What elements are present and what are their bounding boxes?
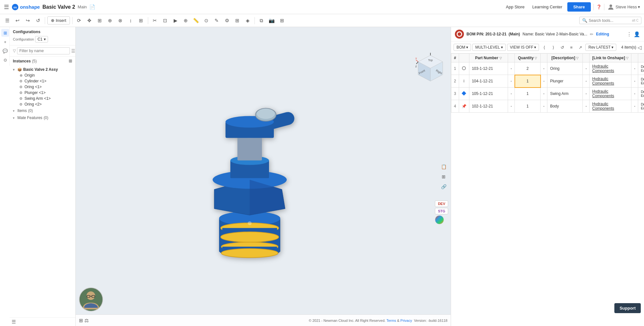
bom-nav-next[interactable]: ⟩ <box>549 43 557 51</box>
grid-button[interactable]: ⊞ <box>233 16 242 25</box>
3d-view-button[interactable]: ⊞ <box>439 172 448 181</box>
col-options-icon3[interactable]: • <box>585 79 587 83</box>
tree-item-oring1[interactable]: ⚙ Oring <1> <box>10 84 75 90</box>
tree-item-oring2[interactable]: ⚙ Oring <2> <box>10 101 75 107</box>
view-is-off-dropdown[interactable]: VIEW IS OFF ▾ <box>507 44 539 51</box>
explode-button[interactable]: ⊡ <box>161 16 170 25</box>
col-options-icon3[interactable]: • <box>585 67 587 70</box>
search-tools-input[interactable] <box>589 18 630 23</box>
table-row[interactable]: 1 103-1-12-21 • 2 • Oring • Hydraulic Co… <box>451 62 644 75</box>
toolbar-menu[interactable]: ☰ <box>3 16 12 25</box>
bottom-icon2[interactable]: ⚖ <box>84 318 89 323</box>
bom-nav-refresh[interactable]: ↺ <box>558 43 566 51</box>
cell-quantity[interactable]: 2 <box>515 62 541 75</box>
note-button[interactable]: ✎ <box>212 16 221 25</box>
doc-icon[interactable]: 📄 <box>89 4 95 10</box>
bom-tool-button[interactable]: 📋 <box>439 162 448 171</box>
link-filter-icon[interactable]: ▽ <box>626 56 629 60</box>
bom-nav-compare[interactable]: ≡ <box>567 43 575 51</box>
tree-item-cylinder[interactable]: ⚙ Cylinder <1> <box>10 78 75 84</box>
add-tab[interactable]: + <box>1 38 9 46</box>
insert-button[interactable]: ⊕ Insert <box>47 16 70 24</box>
table-row[interactable]: 4 📌 102-1-12-21 • 1 • Body • Hydraulic C… <box>451 100 644 113</box>
refresh-button[interactable]: ↺ <box>34 16 43 25</box>
undo-button[interactable]: ↩ <box>13 16 22 25</box>
user-menu[interactable]: Steve Hess ▾ <box>607 3 640 11</box>
sidebar-list-icon[interactable]: ☰ <box>12 319 16 325</box>
measure2-button[interactable]: ⊞ <box>278 16 287 25</box>
color-picker-button[interactable] <box>435 215 444 224</box>
col-options-icon4[interactable]: • <box>634 67 635 70</box>
parts-tab[interactable]: ⊞ <box>1 29 9 37</box>
comment-tab[interactable]: 💬 <box>1 47 9 55</box>
qty-filter-icon[interactable]: ▽ <box>534 56 537 60</box>
col-bom-view[interactable]: BOM View <box>638 54 644 62</box>
stg-button[interactable]: STG <box>435 208 448 214</box>
col-options-icon4[interactable]: • <box>634 92 635 96</box>
table-row[interactable]: 3 105-1-12-21 • 1 • Swing Arm • Hydrauli… <box>451 88 644 100</box>
col-description[interactable]: [Description] ▽ <box>547 54 583 62</box>
cell-quantity[interactable]: 1 <box>515 88 541 100</box>
terms-link[interactable]: Terms <box>386 319 396 322</box>
onshape-logo[interactable]: os onshape <box>12 4 40 11</box>
rev-dropdown[interactable]: Rev LATEST ▾ <box>585 44 616 51</box>
help-button[interactable]: ❓ <box>596 5 601 9</box>
col-options-icon3[interactable]: • <box>585 92 587 96</box>
rotate-button[interactable]: ⟳ <box>75 16 84 25</box>
col-options-icon4[interactable]: • <box>634 79 635 83</box>
cell-link[interactable]: Hydraulic Components <box>590 62 631 75</box>
viewport[interactable]: Top Front Right X Z Y 📋 ⊞ 🔗 DEV STG <box>76 27 451 326</box>
cell-link[interactable]: Hydraulic Components <box>590 88 631 100</box>
filter-input[interactable] <box>17 47 70 54</box>
redo-button[interactable]: ↪ <box>23 16 32 25</box>
list-view-icon[interactable]: ☰ <box>71 48 75 53</box>
hamburger-menu[interactable]: ☰ <box>4 4 9 11</box>
col-options-icon2[interactable]: • <box>543 67 544 70</box>
table-row[interactable]: 2 i 104-1-12-21 • 1 • Plunger • Hydrauli… <box>451 75 644 88</box>
transform-button[interactable]: ⊞ <box>95 16 104 25</box>
pn-filter-icon[interactable]: ▽ <box>499 56 502 60</box>
measure-button[interactable]: 📏 <box>192 16 201 25</box>
edit-name-icon[interactable]: ✏ <box>590 32 593 37</box>
col-options-icon2[interactable]: • <box>543 79 545 83</box>
tree-item-swingarm[interactable]: ⚙ Swing Arm <1> <box>10 96 75 101</box>
share-button[interactable]: Share <box>567 2 591 12</box>
learning-center-link[interactable]: Learning Center <box>530 3 565 11</box>
mate-button[interactable]: ⊗ <box>116 16 125 25</box>
align-button[interactable]: ⊞ <box>137 16 146 25</box>
move-button[interactable]: ✥ <box>85 16 94 25</box>
cell-quantity[interactable]: 1 <box>515 75 541 88</box>
col-link[interactable]: [Link to Onshape] ▽ <box>590 54 631 62</box>
view-cube[interactable]: Top Front Right X Z Y <box>415 53 444 82</box>
col-options-icon3[interactable]: • <box>585 104 587 108</box>
privacy-link[interactable]: Privacy <box>400 319 412 322</box>
cell-quantity[interactable]: 1 <box>515 100 541 113</box>
animate-button[interactable]: ▶ <box>171 16 180 25</box>
col-options-icon2[interactable]: • <box>543 92 544 96</box>
tree-item-root[interactable]: ▾ 📦 Basic Valve 2 Assy <box>10 67 75 72</box>
bom-dropdown[interactable]: BOM ▾ <box>454 44 471 51</box>
offset-button[interactable]: ↕ <box>126 16 135 25</box>
circle-tab[interactable]: ⊙ <box>1 56 9 64</box>
tree-item-plunger[interactable]: ⚙ Plunger <1> <box>10 90 75 96</box>
bom-menu-icon[interactable]: ⋮ <box>627 31 632 37</box>
bom-nav-prev[interactable]: ⟨ <box>540 43 548 51</box>
desc-filter-icon[interactable]: ▽ <box>576 56 579 60</box>
bom-nav-export[interactable]: ↗ <box>576 43 584 51</box>
link-button[interactable]: 🔗 <box>439 182 448 191</box>
config-value-dropdown[interactable]: C1 ▾ <box>35 36 48 42</box>
multi-level-dropdown[interactable]: MULTI-LEVEL ▾ <box>472 44 505 51</box>
settings-button[interactable]: ⚙ <box>223 16 232 25</box>
cell-link[interactable]: Hydraulic Components <box>590 75 631 88</box>
instances-icon[interactable]: ⊞ <box>69 59 72 63</box>
col-options-icon2[interactable]: • <box>543 104 544 108</box>
appearance-button[interactable]: ◈ <box>243 16 252 25</box>
col-options-icon[interactable]: • <box>511 67 512 70</box>
mate-features-header[interactable]: ▾ Mate Features (0) <box>10 114 75 121</box>
support-button[interactable]: Support <box>614 303 641 313</box>
cell-link[interactable]: Hydraulic Components <box>590 100 631 113</box>
dev-button[interactable]: DEV <box>435 200 448 207</box>
bom-collapse-icon[interactable]: ◁ <box>638 44 641 51</box>
items-header[interactable]: ▾ Items (0) <box>10 107 75 114</box>
screenshot-button[interactable]: 📷 <box>267 16 276 25</box>
